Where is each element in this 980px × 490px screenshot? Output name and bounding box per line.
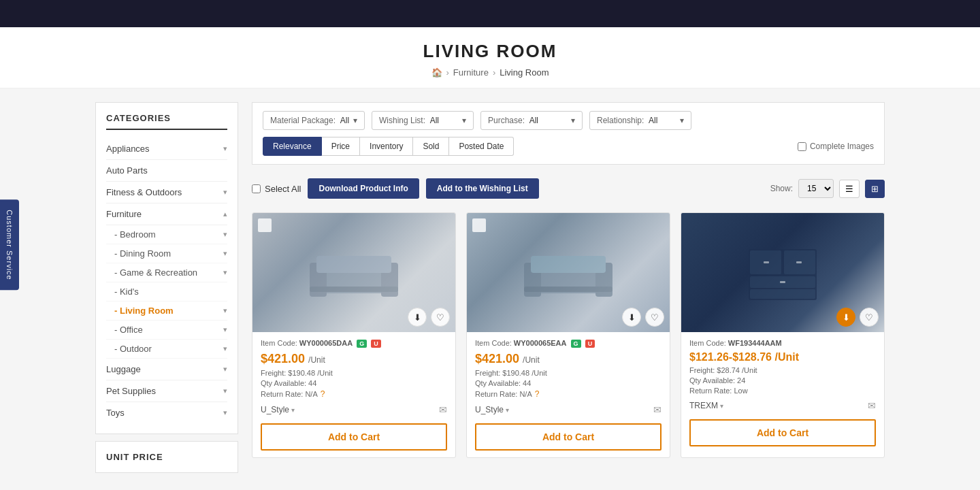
email-icon-2[interactable]: ✉	[653, 404, 662, 415]
price-range-3: $121.26-$128.76 /Unit	[689, 351, 876, 363]
sort-tab-posted-date[interactable]: Posted Date	[449, 137, 514, 156]
customer-service-tab[interactable]: Customer Service	[0, 199, 19, 290]
help-icon-1[interactable]: ?	[321, 389, 325, 399]
sidebar-outdoor-label: - Outdoor	[114, 344, 152, 354]
product-image-wrap-2: ⬇ ♡	[467, 213, 670, 332]
product-badge-1	[258, 218, 272, 232]
brand-row-3: TREXM ▾ ✉	[689, 400, 876, 411]
show-label: Show:	[770, 184, 793, 193]
categories-title: CATEGORIES	[106, 113, 227, 130]
sidebar-item-furniture[interactable]: Furniture ▴	[106, 203, 227, 225]
chevron-up-icon: ▴	[223, 210, 227, 218]
complete-images-checkbox[interactable]	[798, 142, 806, 151]
sidebar-item-kids[interactable]: - Kid's	[106, 282, 227, 301]
unit-2: /Unit	[523, 355, 540, 365]
add-to-cart-button-3[interactable]: Add to Cart	[689, 419, 876, 446]
sidebar-dining-room-label: - Dining Room	[114, 248, 171, 259]
relationship-filter[interactable]: Relationship: All ▾	[589, 111, 691, 130]
sidebar-item-appliances[interactable]: Appliances ▾	[106, 138, 227, 160]
freight-1: Freight: $190.48 /Unit	[261, 369, 447, 377]
brand-label-2: U_Style	[475, 405, 504, 414]
sort-tab-sold[interactable]: Sold	[413, 137, 449, 156]
unit-price-section: UNIT PRICE	[95, 441, 238, 473]
sidebar-item-living-room[interactable]: - Living Room ▾	[106, 301, 227, 321]
grid-view-button[interactable]: ⊞	[865, 180, 885, 198]
add-to-cart-button-2[interactable]: Add to Cart	[475, 423, 662, 451]
chevron-down-icon: ▾	[291, 406, 295, 414]
select-all-label[interactable]: Select All	[252, 184, 301, 194]
show-control: Show: 15 30 60 ☰ ⊞	[770, 179, 885, 198]
return-rate-2: Return Rate: N/A ?	[475, 389, 662, 399]
wishlist-icon[interactable]: ♡	[431, 308, 450, 327]
chevron-down-icon: ▾	[223, 268, 227, 277]
return-rate-text-1: Return Rate: N/A	[261, 390, 318, 398]
wishlist-icon[interactable]: ♡	[860, 308, 879, 327]
sidebar-item-office[interactable]: - Office ▾	[106, 321, 227, 340]
chevron-down-icon: ▾	[720, 402, 723, 410]
return-rate-text-2: Return Rate: N/A	[475, 390, 532, 398]
wishlist-icon[interactable]: ♡	[645, 308, 664, 327]
sidebar-item-luggage[interactable]: Luggage ▾	[106, 359, 227, 380]
sidebar-item-game-recreation[interactable]: - Game & Recreation ▾	[106, 263, 227, 282]
sidebar-item-pet-supplies[interactable]: Pet Supplies ▾	[106, 380, 227, 402]
chevron-down-icon: ▾	[223, 249, 227, 258]
toolbar: Select All Download Product Info Add to …	[252, 173, 885, 204]
product-info-1: Item Code: WY000065DAA G U $421.00 /Unit…	[252, 332, 455, 457]
purchase-filter[interactable]: Purchase: All ▾	[480, 111, 583, 130]
complete-images-checkbox-wrap[interactable]: Complete Images	[798, 142, 874, 151]
sidebar-item-outdoor[interactable]: - Outdoor ▾	[106, 340, 227, 359]
item-code-3: Item Code: WF193444AAM	[689, 339, 876, 347]
chevron-down-icon: ▾	[462, 116, 466, 125]
list-view-button[interactable]: ☰	[839, 180, 860, 198]
download-icon[interactable]: ⬇	[622, 308, 641, 327]
badge-u-1: U	[371, 340, 381, 348]
brand-name-1[interactable]: U_Style ▾	[261, 405, 295, 414]
sort-tab-relevance[interactable]: Relevance	[263, 137, 322, 156]
show-select[interactable]: 15 30 60	[798, 179, 834, 198]
sort-tab-price[interactable]: Price	[322, 137, 360, 156]
item-code-1: Item Code: WY000065DAA G U	[261, 339, 447, 348]
sidebar-bedroom-label: - Bedroom	[114, 229, 156, 240]
sidebar-furniture-label: Furniture	[106, 209, 142, 219]
email-icon-3[interactable]: ✉	[868, 400, 876, 411]
product-image-wrap-1: ⬇ ♡	[252, 213, 455, 332]
breadcrumb-home-icon[interactable]: 🏠	[431, 67, 442, 78]
product-badge-2	[472, 218, 486, 232]
sidebar-auto-parts-label: Auto Parts	[106, 165, 148, 176]
relationship-label: Relationship:	[597, 116, 644, 125]
sidebar-item-fitness[interactable]: Fitness & Outdoors ▾	[106, 182, 227, 203]
qty-2: Qty Available: 44	[475, 379, 662, 387]
material-package-filter[interactable]: Material Package: All ▾	[263, 111, 365, 130]
item-code-2: Item Code: WY000065EAA G U	[475, 339, 662, 348]
product-info-3: Item Code: WF193444AAM $121.26-$128.76 /…	[681, 332, 884, 453]
add-to-cart-button-1[interactable]: Add to Cart	[261, 423, 447, 451]
sidebar-item-bedroom[interactable]: - Bedroom ▾	[106, 225, 227, 244]
add-to-wishing-list-button[interactable]: Add to the Wishing List	[426, 178, 539, 199]
brand-name-2[interactable]: U_Style ▾	[475, 405, 509, 414]
product-card-3: ⬇ ♡ Item Code: WF193444AAM $121.26-$128.…	[681, 212, 885, 458]
help-icon-2[interactable]: ?	[535, 389, 540, 399]
download-icon[interactable]: ⬇	[408, 308, 427, 327]
sort-tab-inventory[interactable]: Inventory	[360, 137, 413, 156]
product-actions-3: ⬇ ♡	[836, 308, 879, 327]
badge-g-1: G	[357, 340, 367, 348]
sidebar-item-auto-parts[interactable]: Auto Parts	[106, 160, 227, 182]
wishing-list-filter[interactable]: Wishing List: All ▾	[372, 111, 474, 130]
top-bar	[0, 0, 980, 27]
download-product-info-button[interactable]: Download Product Info	[308, 178, 419, 199]
sidebar-item-dining-room[interactable]: - Dining Room ▾	[106, 244, 227, 263]
freight-2: Freight: $190.48 /Unit	[475, 369, 662, 377]
select-all-checkbox[interactable]	[252, 184, 261, 193]
item-code-value-2: WY000065EAA	[514, 339, 567, 347]
brand-label-1: U_Style	[261, 405, 289, 414]
item-code-value-3: WF193444AAM	[728, 339, 782, 347]
brand-name-3[interactable]: TREXM ▾	[689, 401, 723, 410]
page-title: LIVING ROOM	[0, 41, 980, 62]
email-icon-1[interactable]: ✉	[439, 404, 447, 415]
chevron-down-icon: ▾	[223, 344, 227, 353]
return-rate-3: Return Rate: Low	[689, 387, 876, 395]
breadcrumb-furniture[interactable]: Furniture	[453, 67, 489, 78]
sidebar-item-toys[interactable]: Toys ▾	[106, 402, 227, 423]
download-icon[interactable]: ⬇	[836, 308, 855, 327]
select-all-text: Select All	[265, 184, 301, 194]
